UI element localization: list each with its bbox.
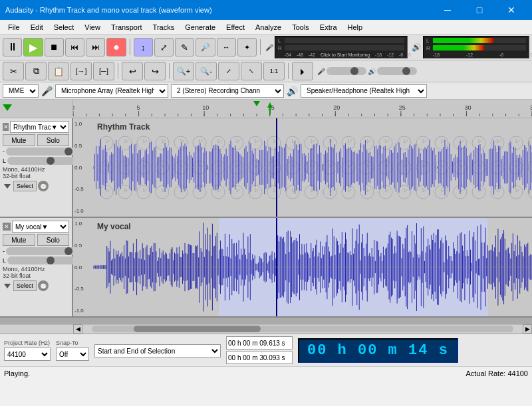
input-device-select[interactable]: Microphone Array (Realtek High [55,84,168,98]
vocal-select-button[interactable]: Select [13,280,37,291]
speaker-device-icon: 🔊 [287,86,298,96]
vocal-time-icon[interactable]: ⌚ [38,280,49,291]
minimize-button[interactable]: ─ [432,0,463,20]
selection-start-input[interactable] [226,336,293,350]
input-vol-label: 🎤 [317,68,325,75]
ruler-content[interactable] [73,100,532,116]
vocal-y-axis: 1.0 0.5 0.0 -0.5 -1.0 [73,218,93,316]
redo-button[interactable]: ↪ [144,62,166,80]
pause-button[interactable]: ⏸ [3,38,22,56]
vocal-track-select-row: Select ⌚ [3,280,69,291]
vocal-mute-button[interactable]: Mute [3,234,35,246]
ruler-playhead [253,101,260,106]
rhythm-mute-button[interactable]: Mute [3,134,35,146]
vocal-track-name-select[interactable]: My vocal▼ [12,221,69,233]
channels-select[interactable]: 2 (Stereo) Recording Chann [171,84,284,98]
copy-button[interactable]: ⧉ [25,62,47,80]
vocal-pan-row: L R [3,256,69,264]
scrollbar-thumb[interactable] [134,326,260,332]
zoom-tool-button[interactable]: 🔎 [196,38,215,56]
paste-button[interactable]: 📋 [48,62,69,80]
menu-analyze[interactable]: Analyze [250,22,287,33]
zoom-fit-button[interactable]: ⤡ [241,62,262,80]
menu-tools[interactable]: Tools [287,22,315,33]
separator-4 [169,63,170,79]
meter-scale-12: -12 [387,52,394,57]
zoom-reset-button[interactable]: 1:1 [263,62,285,80]
zoom-sel-button[interactable]: ⤢ [218,62,239,80]
transport-toolbar: ⏸ ▶ ■ ⏮ ⏭ ● ↕ ⤢ ✎ 🔎 ↔ ✦ 🎤 L R -54 -48 -4… [0,35,532,60]
menu-tracks[interactable]: Tracks [148,22,180,33]
output-device-select[interactable]: Speaker/Headphone (Realtek High [301,84,427,98]
draw-tool-button[interactable]: ✎ [175,38,194,56]
vocal-vol-min-label: - [3,248,5,254]
menu-help[interactable]: Help [342,22,368,33]
selection-end-input[interactable] [226,351,293,364]
zoom-out-button[interactable]: 🔍- [196,62,217,80]
select-tool-button[interactable]: ↕ [134,38,153,56]
zoom-in-button[interactable]: 🔍+ [173,62,194,80]
vocal-waveform-canvas[interactable] [93,218,532,316]
vocal-solo-button[interactable]: Solo [37,234,70,246]
input-volume-slider[interactable] [327,67,366,75]
skip-fwd-button[interactable]: ⏵ [292,62,313,80]
window-controls: ─ □ ✕ [432,0,527,20]
multi-tool-button[interactable]: ✦ [237,38,257,56]
rhythm-collapse-icon [3,181,12,191]
output-volume-slider[interactable] [377,67,417,75]
host-select[interactable]: MME [3,84,39,98]
skip-end-button[interactable]: ⏭ [86,38,105,56]
maximize-button[interactable]: □ [464,0,495,20]
silence-button[interactable]: [─] [93,62,114,80]
device-toolbar: MME 🎤 Microphone Array (Realtek High 2 (… [0,82,532,100]
menu-extra[interactable]: Extra [315,22,342,33]
play-button[interactable]: ▶ [23,38,43,56]
rhythm-waveform-canvas[interactable] [93,118,532,217]
meter-click[interactable]: Click to Start Monitoring [321,52,370,57]
cut-button[interactable]: ✂ [3,62,24,80]
rhythm-track-name-select[interactable]: Rhythm Trac▼ [10,121,69,133]
rhythm-waveform-area[interactable]: 1.0 0.5 0.0 -0.5 -1.0 Rhythm Track [73,118,532,217]
rhythm-track-info: Mono, 44100Hz 32-bit float [3,166,69,179]
scroll-left-button[interactable]: ◀ [73,324,82,334]
stop-button[interactable]: ■ [45,38,64,56]
separator-5 [288,63,289,79]
rhythm-solo-button[interactable]: Solo [37,134,70,146]
project-rate-select[interactable]: 44100 [4,348,51,361]
menu-edit[interactable]: Edit [25,22,49,33]
menu-file[interactable]: File [3,22,25,33]
status-bar: Playing. Actual Rate: 44100 [0,366,532,379]
rhythm-pan-l-label: L [3,157,6,164]
rhythm-select-button[interactable]: Select [13,181,37,191]
recording-meter[interactable]: L R -54 -48 -42 Click to Start Monitorin… [275,36,408,58]
rhythm-track-top: ✕ Rhythm Trac▼ [3,121,69,133]
record-button[interactable]: ● [106,38,126,56]
selection-times-group [226,336,293,364]
pb-scale-18: -18 [433,52,440,57]
menu-select[interactable]: Select [49,22,80,33]
horizontal-scrollbar[interactable] [92,326,513,332]
ruler-header-spacer [0,100,73,116]
playback-meter[interactable]: L R -18 -12 -6 0 [423,36,529,58]
close-button[interactable]: ✕ [496,0,527,20]
svg-rect-2 [269,108,271,114]
undo-button[interactable]: ↩ [122,62,143,80]
snap-to-select[interactable]: Off [56,348,89,361]
rhythm-time-icon[interactable]: ⌚ [38,181,49,191]
time-shift-tool-button[interactable]: ↔ [217,38,236,56]
rhythm-track-buttons: Mute Solo [3,134,69,146]
trim-button[interactable]: [→] [70,62,92,80]
scroll-right-button[interactable]: ▶ [523,324,532,334]
menu-effect[interactable]: Effect [221,22,250,33]
vocal-track-close-button[interactable]: ✕ [3,223,11,231]
menu-generate[interactable]: Generate [180,22,221,33]
envelope-tool-button[interactable]: ⤢ [154,38,174,56]
rhythm-track-close-button[interactable]: ✕ [3,123,9,131]
snap-to-label: Snap-To [56,340,89,346]
vocal-waveform-area[interactable]: 1.0 0.5 0.0 -0.5 -1.0 My vocal [73,218,532,316]
menu-view[interactable]: View [79,22,106,33]
skip-start-button[interactable]: ⏮ [65,38,84,56]
selection-format-select[interactable]: Start and End of Selection [94,344,221,357]
menu-transport[interactable]: Transport [106,22,148,33]
svg-marker-0 [3,104,12,111]
